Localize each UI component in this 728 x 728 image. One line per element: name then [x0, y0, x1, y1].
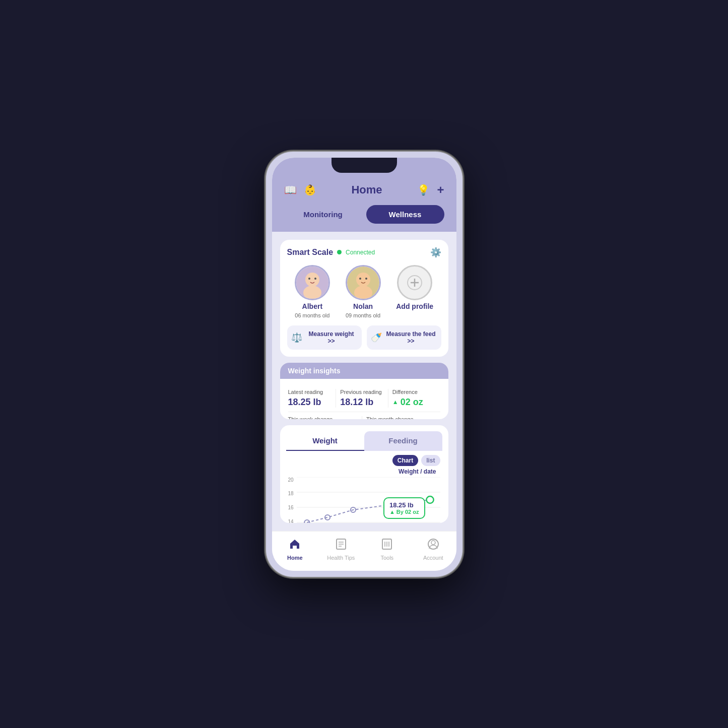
latest-col: Latest reading 18.25 lb — [288, 389, 337, 408]
tools-icon — [380, 538, 393, 554]
feed-icon: 🍼 — [371, 332, 382, 343]
connected-label: Connected — [346, 249, 375, 256]
filter-icon[interactable]: ⚙️ — [430, 247, 441, 258]
health-tips-icon — [335, 538, 348, 554]
nav-home[interactable]: Home — [272, 536, 318, 563]
svg-point-4 — [314, 278, 316, 280]
month-col: This month change Average : +0.10 lbs — [362, 416, 440, 419]
nav-tools-label: Tools — [380, 555, 393, 561]
insights-row-1: Latest reading 18.25 lb Previous reading… — [288, 385, 440, 412]
measure-feed-label: Measure the feed >> — [385, 330, 437, 345]
home-icon — [288, 538, 301, 554]
connected-dot — [337, 250, 342, 254]
nav-home-label: Home — [287, 555, 303, 561]
svg-point-6 — [356, 273, 370, 287]
svg-point-34 — [431, 541, 435, 545]
weight-insights-card: Weight insights Latest reading 18.25 lb … — [280, 363, 448, 419]
profiles-row: Albert 06 months old — [287, 265, 441, 318]
chart-tooltip: 18.25 lb ▲ By 02 oz — [383, 497, 425, 519]
top-tab-bar: Monitoring Wellness — [272, 205, 456, 232]
chart-toggle-row: Chart list — [280, 451, 448, 468]
chart-tab-bar: Weight Feeding — [280, 425, 448, 451]
add-profile-label: Add profile — [396, 302, 433, 310]
nav-health-tips[interactable]: Health Tips — [318, 536, 364, 563]
nav-tools[interactable]: Tools — [364, 536, 411, 563]
add-icon[interactable]: + — [437, 183, 444, 197]
toggle-chart-button[interactable]: Chart — [392, 455, 418, 466]
notch — [332, 158, 397, 173]
chart-card: Weight Feeding Chart list Weight / date … — [280, 425, 448, 523]
smart-scale-card: Smart Scale Connected ⚙️ — [280, 240, 448, 357]
svg-point-9 — [365, 278, 367, 280]
insights-row-2: This week change Average : +14 Oz This m… — [288, 412, 440, 419]
measure-weight-button[interactable]: ⚖️ Measure weight >> — [287, 325, 362, 350]
measure-weight-label: Measure weight >> — [305, 330, 358, 345]
bulb-icon[interactable]: 💡 — [417, 184, 430, 196]
chart-label: Weight / date — [288, 468, 440, 475]
profile-albert[interactable]: Albert 06 months old — [295, 265, 330, 318]
smart-scale-title: Smart Scale — [287, 248, 334, 257]
tab-wellness[interactable]: Wellness — [366, 205, 444, 224]
avatar-albert — [295, 265, 330, 300]
account-icon — [427, 538, 440, 554]
profile-nolan[interactable]: Nolan 09 months old — [346, 265, 381, 318]
tab-weight[interactable]: Weight — [286, 431, 364, 451]
svg-point-24 — [426, 496, 433, 503]
week-col: This week change Average : +14 Oz — [288, 416, 363, 419]
tooltip-arrow-icon: ▲ — [389, 509, 395, 515]
previous-col: Previous reading 18.12 lb — [336, 389, 388, 408]
tab-monitoring[interactable]: Monitoring — [284, 205, 362, 224]
nav-account[interactable]: Account — [410, 536, 456, 563]
chart-area: Weight / date 20 18 16 14 12 10 — [280, 468, 448, 523]
tab-feeding[interactable]: Feeding — [364, 431, 442, 451]
add-avatar — [397, 265, 432, 300]
measure-feed-button[interactable]: 🍼 Measure the feed >> — [367, 325, 441, 350]
profile-name-albert: Albert — [302, 302, 322, 310]
add-profile[interactable]: Add profile — [396, 265, 433, 318]
profile-age-albert: 06 months old — [295, 312, 329, 318]
baby-icon[interactable]: 👶 — [304, 184, 316, 196]
bottom-nav: Home Health Tips — [272, 531, 456, 571]
scale-icon: ⚖️ — [291, 332, 302, 343]
insights-header: Weight insights — [280, 363, 448, 379]
book-icon[interactable]: 📖 — [284, 184, 297, 196]
page-title: Home — [351, 183, 382, 196]
svg-point-1 — [305, 273, 319, 287]
svg-point-3 — [308, 278, 310, 280]
toggle-list-button[interactable]: list — [421, 455, 440, 466]
profile-age-nolan: 09 months old — [346, 312, 380, 318]
profile-name-nolan: Nolan — [353, 302, 373, 310]
nav-account-label: Account — [423, 555, 443, 561]
difference-col: Difference ▲ 02 oz — [388, 389, 440, 408]
action-buttons: ⚖️ Measure weight >> 🍼 Measure the feed … — [287, 325, 441, 350]
avatar-nolan — [346, 265, 381, 300]
svg-point-8 — [359, 278, 361, 280]
up-arrow-icon: ▲ — [392, 399, 399, 406]
nav-health-tips-label: Health Tips — [327, 555, 355, 561]
main-content: Smart Scale Connected ⚙️ — [272, 232, 456, 531]
